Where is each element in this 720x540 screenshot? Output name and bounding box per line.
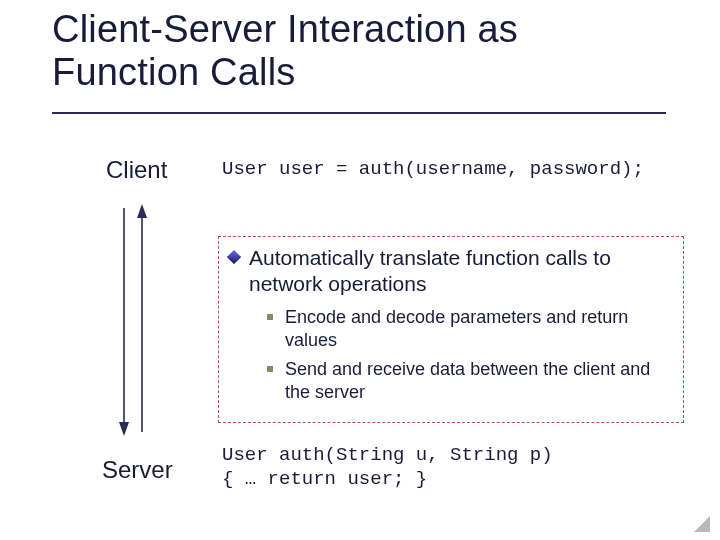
bullet-main: Automatically translate function calls t… [229,245,673,296]
sub-bullet: Send and receive data between the client… [267,358,673,404]
bullet-main-text: Automatically translate function calls t… [249,245,673,296]
slide-title: Client-Server Interaction as Function Ca… [52,8,672,93]
title-underline [52,112,666,114]
corner-page-curl-icon [694,516,710,532]
client-code-snippet: User user = auth(username, password); [222,158,644,180]
sub-bullet: Encode and decode parameters and return … [267,306,673,352]
double-arrow-icon [114,204,162,436]
sub-bullet-list: Encode and decode parameters and return … [229,306,673,404]
server-code-snippet: User auth(String u, String p) { … return… [222,444,553,492]
svg-marker-3 [137,204,147,218]
server-label: Server [102,456,173,484]
svg-marker-1 [119,422,129,436]
diamond-bullet-icon [227,250,241,264]
client-label: Client [106,156,167,184]
slide: Client-Server Interaction as Function Ca… [0,0,720,540]
callout-box: Automatically translate function calls t… [218,236,684,423]
